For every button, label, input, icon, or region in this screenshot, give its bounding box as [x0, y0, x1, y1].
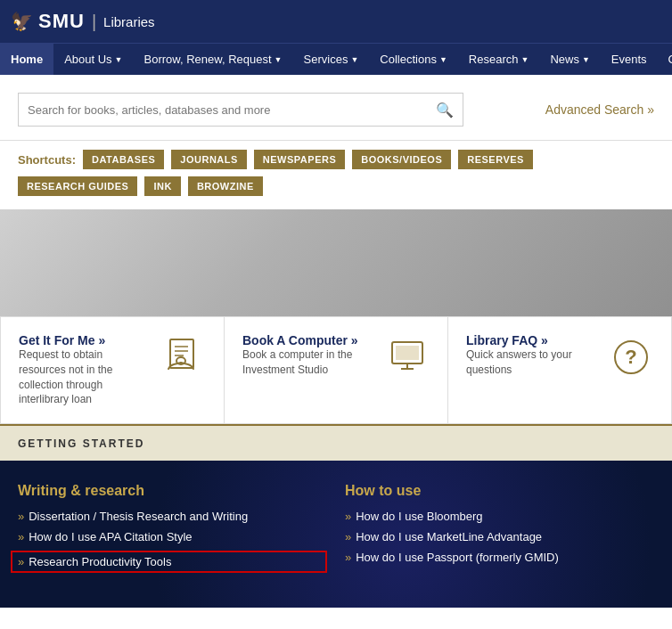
shortcut-databases[interactable]: DATABASES [83, 150, 164, 169]
book-computer-title: Book A Computer » [242, 333, 373, 347]
how-to-use-item-3-label: How do I use Passport (formerly GMID) [356, 551, 559, 564]
nav-item-borrow[interactable]: Borrow, Renew, Request ▼ [134, 44, 293, 75]
content-dark-area: Writing & research » Dissertation / Thes… [0, 461, 672, 608]
how-to-use-item-2[interactable]: » How do I use MarketLine Advantage [345, 530, 654, 543]
search-area: 🔍 Advanced Search » [0, 75, 672, 141]
chevron-down-icon: ▼ [350, 55, 358, 64]
bullet-icon: » [18, 510, 24, 523]
shortcut-reserves[interactable]: RESERVES [458, 150, 533, 169]
chevron-down-icon: ▼ [582, 55, 590, 64]
how-to-use-item-3[interactable]: » How do I use Passport (formerly GMID) [345, 551, 654, 564]
get-it-for-me-icon [161, 335, 206, 387]
svg-text:?: ? [625, 346, 636, 368]
quick-links: Get It For Me » Request to obtain resour… [0, 316, 672, 424]
get-it-for-me-desc: Request to obtain resources not in the c… [19, 347, 149, 407]
writing-research-item-2[interactable]: » How do I use APA Citation Style [18, 530, 327, 543]
nav-inner: Home About Us ▼ Borrow, Renew, Request ▼… [0, 44, 672, 75]
shortcut-research-guides[interactable]: RESEARCH GUIDES [18, 176, 137, 196]
logo-libraries: Libraries [103, 14, 155, 29]
bullet-icon: » [345, 551, 351, 564]
bullet-icon: » [18, 530, 24, 543]
shortcut-journals[interactable]: JOURNALS [171, 150, 247, 169]
how-to-use-col: How to use » How do I use Bloomberg » Ho… [345, 483, 654, 581]
getting-started-label: GETTING STARTED [18, 437, 144, 450]
bullet-icon: » [345, 530, 351, 543]
library-faq-icon: ? [609, 335, 653, 387]
nav-item-contact[interactable]: Contact Us [658, 44, 672, 75]
main-nav: Home About Us ▼ Borrow, Renew, Request ▼… [0, 43, 672, 75]
shortcut-books-videos[interactable]: BOOKS/VIDEOS [352, 150, 451, 169]
quick-link-get-it-for-me[interactable]: Get It For Me » Request to obtain resour… [1, 317, 225, 423]
quick-link-book-computer[interactable]: Book A Computer » Book a computer in the… [225, 317, 448, 423]
writing-research-item-3-label: Research Productivity Tools [29, 555, 171, 568]
logo-area[interactable]: 🦅 SMU | Libraries [11, 10, 155, 33]
book-computer-desc: Book a computer in the Investment Studio [242, 347, 373, 378]
writing-research-item-1[interactable]: » Dissertation / Thesis Research and Wri… [18, 510, 327, 523]
nav-item-services[interactable]: Services ▼ [293, 44, 370, 75]
shortcuts-area: Shortcuts: DATABASES JOURNALS NEWSPAPERS… [0, 141, 672, 209]
advanced-search-link[interactable]: Advanced Search » [545, 102, 654, 117]
hero-background [0, 209, 672, 316]
svg-rect-6 [396, 346, 419, 360]
quick-link-library-faq[interactable]: Library FAQ » Quick answers to your ques… [448, 317, 671, 423]
chevron-down-icon: ▼ [439, 55, 447, 64]
writing-research-title: Writing & research [18, 483, 327, 499]
nav-item-collections[interactable]: Collections ▼ [369, 44, 458, 75]
writing-research-col: Writing & research » Dissertation / Thes… [18, 483, 327, 581]
search-input[interactable] [28, 103, 436, 117]
nav-item-news[interactable]: News ▼ [539, 44, 600, 75]
shortcut-newspapers[interactable]: NEWSPAPERS [254, 150, 345, 169]
shortcut-browzine[interactable]: BROWZINE [188, 176, 263, 196]
writing-research-item-1-label: Dissertation / Thesis Research and Writi… [29, 510, 248, 523]
chevron-down-icon: ▼ [520, 55, 529, 64]
search-icon[interactable]: 🔍 [436, 102, 454, 118]
writing-research-item-3[interactable]: » Research Productivity Tools [11, 551, 327, 573]
nav-item-home[interactable]: Home [0, 44, 53, 75]
logo-bird-icon: 🦅 [11, 11, 33, 32]
logo-divider: | [92, 12, 96, 32]
library-faq-desc: Quick answers to your questions [466, 347, 596, 378]
getting-started-banner: GETTING STARTED [0, 424, 672, 461]
how-to-use-item-1[interactable]: » How do I use Bloomberg [345, 510, 654, 523]
shortcut-ink[interactable]: INK [144, 176, 180, 196]
writing-research-item-2-label: How do I use APA Citation Style [29, 530, 192, 543]
top-bar: 🦅 SMU | Libraries [0, 0, 672, 43]
how-to-use-item-1-label: How do I use Bloomberg [356, 510, 482, 523]
how-to-use-item-2-label: How do I use MarketLine Advantage [356, 530, 542, 543]
bullet-icon: » [345, 510, 351, 523]
how-to-use-title: How to use [345, 483, 654, 499]
search-row: 🔍 Advanced Search » [18, 93, 654, 127]
book-computer-icon [385, 335, 430, 387]
bullet-icon: » [18, 555, 24, 568]
search-box[interactable]: 🔍 [18, 93, 463, 127]
nav-item-events[interactable]: Events [601, 44, 658, 75]
chevron-down-icon: ▼ [115, 55, 123, 64]
logo-smu: SMU [38, 10, 85, 33]
nav-item-about[interactable]: About Us ▼ [53, 44, 133, 75]
get-it-for-me-title: Get It For Me » [19, 333, 149, 347]
hero-image [0, 209, 672, 316]
library-faq-title: Library FAQ » [466, 333, 596, 347]
nav-item-research[interactable]: Research ▼ [458, 44, 540, 75]
chevron-down-icon: ▼ [275, 55, 283, 64]
shortcuts-label: Shortcuts: [18, 153, 76, 167]
